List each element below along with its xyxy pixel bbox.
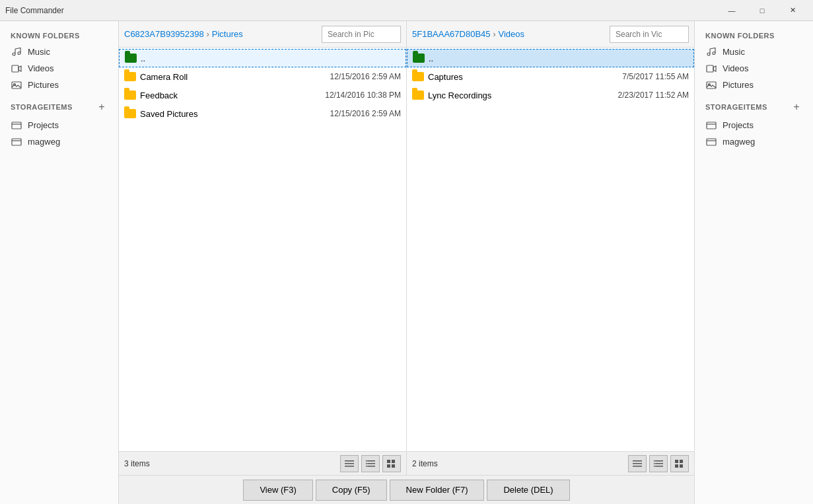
left-view-grid[interactable] [382,455,401,472]
right-view-list[interactable] [649,455,668,472]
svg-rect-15 [392,460,395,463]
folder-icon-saved-pictures [124,108,136,119]
svg-rect-28 [680,460,683,463]
svg-rect-8 [367,460,375,462]
svg-rect-6 [345,463,354,464]
close-button[interactable]: ✕ [777,0,808,21]
left-file-saved-pictures[interactable]: Saved Pictures 12/15/2016 2:59 AM [119,104,406,123]
view-button[interactable]: View (F3) [243,480,312,501]
right-search-input[interactable] [610,26,689,43]
right-sidebar-videos-label: Videos [723,63,749,73]
right-sidebar-projects-label: Projects [723,120,754,130]
svg-rect-14 [387,460,390,463]
folder-icon-captures [412,71,424,82]
left-view-list[interactable] [361,455,380,472]
svg-rect-16 [387,464,390,468]
right-sidebar-item-music[interactable]: Music [695,44,813,60]
svg-point-12 [366,462,367,464]
sidebar-pictures-label: Pictures [28,80,59,90]
maximize-button[interactable]: □ [747,0,777,21]
minimize-button[interactable]: — [717,0,747,21]
right-add-storage-button[interactable]: + [791,101,802,113]
right-file-list: .. Captures 7/5/2017 11:55 AM Lync Rec [407,48,694,451]
right-parent-dir[interactable]: .. [407,49,694,67]
left-item-count: 3 items [124,459,337,468]
left-panel-footer: 3 items [119,451,406,475]
folder-icon-camera-roll [124,71,136,82]
left-breadcrumb: C6823A7B93952398 › Pictures [124,29,319,39]
svg-rect-22 [655,463,663,464]
sidebar-music-label: Music [28,47,50,57]
left-file-feedback[interactable]: Feedback 12/14/2016 10:38 PM [119,86,406,104]
projects-icon [11,121,22,130]
right-view-grid[interactable] [670,455,689,472]
svg-rect-21 [655,460,663,462]
right-breadcrumb-arrow: › [493,30,496,39]
right-sidebar: KNOWN FOLDERS Music Videos [694,21,813,504]
right-known-folders-header: KNOWN FOLDERS [695,29,813,44]
svg-rect-29 [675,464,678,468]
right-sidebar-item-magweg[interactable]: magweg [695,133,813,150]
svg-rect-17 [392,464,395,468]
sidebar-item-videos[interactable]: Videos [0,60,118,77]
right-file-panel: 5F1BAAA67D80B45 › Videos .. [407,21,694,475]
right-file-captures[interactable]: Captures 7/5/2017 11:55 AM [407,67,694,86]
svg-rect-10 [367,466,375,467]
right-breadcrumb-folder[interactable]: Videos [499,29,525,39]
sidebar-item-magweg[interactable]: magweg [0,133,118,150]
svg-point-13 [366,465,367,466]
svg-rect-27 [675,460,678,463]
sidebar-item-pictures[interactable]: Pictures [0,77,118,93]
parent-folder-icon-right [413,53,425,63]
right-breadcrumb-id[interactable]: 5F1BAAA67D80B45 [412,29,491,39]
left-breadcrumb-id[interactable]: C6823A7B93952398 [124,29,204,39]
right-storage-header: STORAGEITEMS + [695,98,813,117]
left-parent-dir[interactable]: .. [119,49,406,67]
main-container: KNOWN FOLDERS Music Videos [0,21,813,504]
left-breadcrumb-folder[interactable]: Pictures [212,29,243,39]
magweg-icon [11,137,22,147]
right-sidebar-item-pictures[interactable]: Pictures [695,77,813,93]
svg-rect-3 [12,122,21,129]
new-folder-button[interactable]: New Folder (F7) [390,480,485,501]
svg-rect-1 [12,82,21,89]
window-controls: — □ ✕ [717,0,808,21]
parent-folder-icon [125,53,137,63]
left-add-storage-button[interactable]: + [96,101,108,113]
left-file-panel: C6823A7B93952398 › Pictures .. [119,21,407,475]
sidebar-magweg-label: magweg [28,137,60,147]
delete-button[interactable]: Delete (DEL) [487,480,569,501]
right-panel-footer: 2 items [407,451,694,475]
right-sidebar-item-videos[interactable]: Videos [695,60,813,77]
right-sidebar-magweg-label: magweg [723,137,755,147]
svg-rect-30 [680,464,683,468]
right-panel-header: 5F1BAAA67D80B45 › Videos [407,21,694,48]
left-file-list: .. Camera Roll 12/15/2016 2:59 AM Feed [119,48,406,451]
pictures-icon [11,81,22,90]
svg-rect-18 [633,460,642,462]
svg-point-26 [654,465,655,466]
sidebar-item-music[interactable]: Music [0,44,118,60]
left-sidebar: KNOWN FOLDERS Music Videos [0,21,119,504]
copy-button[interactable]: Copy (F5) [316,480,387,501]
svg-rect-4 [12,139,21,145]
left-file-camera-roll[interactable]: Camera Roll 12/15/2016 2:59 AM [119,67,406,86]
svg-rect-34 [707,122,716,129]
svg-rect-31 [707,65,713,72]
right-view-list-details[interactable] [628,455,647,472]
left-view-list-details[interactable] [340,455,359,472]
left-search-input[interactable] [322,26,401,43]
right-file-lync-recordings[interactable]: Lync Recordings 2/23/2017 11:52 AM [407,86,694,104]
svg-rect-0 [12,65,18,72]
right-projects-icon [705,121,717,130]
svg-rect-19 [633,463,642,464]
right-sidebar-item-projects[interactable]: Projects [695,117,813,133]
right-music-icon [705,48,717,57]
music-icon [11,48,22,57]
right-videos-icon [705,64,717,73]
sidebar-item-projects[interactable]: Projects [0,117,118,133]
sidebar-videos-label: Videos [28,63,54,73]
folder-icon-lync [412,90,424,100]
svg-point-11 [366,460,367,461]
svg-rect-7 [345,466,354,467]
